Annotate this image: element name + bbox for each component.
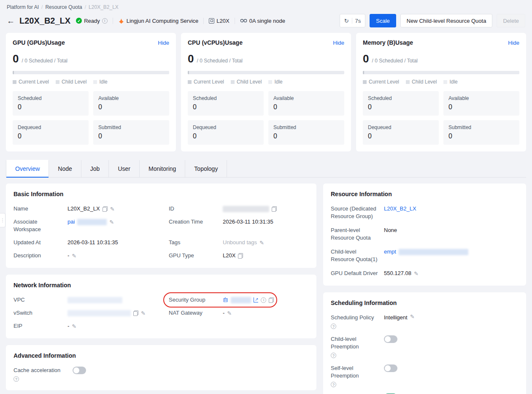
stat-scheduled: Scheduled0 bbox=[13, 91, 89, 116]
scheduling-information-card: Scheduling Information Scheduling Policy… bbox=[323, 292, 526, 394]
self-preemption-toggle[interactable] bbox=[384, 364, 397, 372]
self-preemption-help-icon[interactable]: ? bbox=[331, 382, 336, 387]
security-group-info-icon[interactable]: i bbox=[261, 297, 266, 303]
legend-current-level-label: Current Level bbox=[369, 79, 399, 85]
tab-topology[interactable]: Topology bbox=[185, 160, 227, 177]
workspace-link[interactable]: pai bbox=[68, 218, 75, 226]
tab-user[interactable]: User bbox=[109, 160, 140, 177]
breadcrumb-resource-quota[interactable]: Resource Quota bbox=[45, 4, 82, 10]
edit-icon[interactable]: ✎ bbox=[141, 310, 146, 316]
tab-bar: Overview Node Job User Monitoring Topolo… bbox=[6, 160, 526, 178]
tab-monitoring[interactable]: Monitoring bbox=[140, 160, 185, 177]
scheduling-policy-help-icon[interactable]: ? bbox=[331, 324, 336, 329]
field-security-group: Security Group 自 ↗ i bbox=[169, 296, 309, 304]
field-nat-gateway: NAT Gateway - ✎ bbox=[169, 309, 309, 317]
cpu-usage-card: CPU (vCPUs)Usage Hide 0 / 0 Scheduled / … bbox=[181, 33, 351, 151]
cpu-usage-hide-link[interactable]: Hide bbox=[333, 40, 344, 46]
gpu-usage-suffix: / 0 Scheduled / Total bbox=[22, 58, 68, 64]
field-cache-acceleration: Cache acceleration ? bbox=[14, 367, 309, 382]
copy-icon[interactable] bbox=[133, 310, 138, 316]
legend-current-level-swatch bbox=[13, 80, 16, 84]
eip-value: - bbox=[68, 322, 69, 330]
copy-icon[interactable] bbox=[238, 253, 243, 259]
breadcrumb-platform-for-ai[interactable]: Platform for AI bbox=[7, 4, 39, 10]
legend-current-level-label: Current Level bbox=[194, 79, 224, 85]
child-quota-link[interactable]: empt bbox=[384, 248, 396, 256]
stat-dequeued: Dequeued0 bbox=[13, 120, 89, 145]
security-group-link[interactable]: 自 bbox=[223, 296, 228, 304]
gpu-usage-progress-bar bbox=[13, 71, 169, 74]
edit-icon[interactable]: ✎ bbox=[410, 314, 415, 319]
back-icon[interactable]: ← bbox=[7, 17, 15, 25]
memory-usage-stats: Scheduled0 Available0 Dequeued0 Submitte… bbox=[363, 91, 519, 145]
edit-icon[interactable]: ✎ bbox=[110, 206, 115, 212]
nat-gateway-value: - bbox=[223, 309, 224, 317]
advanced-information-card: Advanced Information Cache acceleration … bbox=[6, 345, 316, 390]
gpu-driver-value: 550.127.08 bbox=[384, 270, 411, 277]
field-child-quota: Child-level Resource Quota(1) empt bbox=[331, 248, 518, 263]
edit-icon[interactable]: ✎ bbox=[259, 240, 264, 246]
copy-icon[interactable] bbox=[272, 206, 277, 212]
cache-acceleration-toggle[interactable] bbox=[73, 367, 86, 374]
refresh-button[interactable]: ↻ 7s bbox=[340, 14, 366, 27]
breadcrumb-separator: / bbox=[85, 4, 86, 10]
legend-idle-swatch bbox=[268, 80, 272, 84]
edit-icon[interactable]: ✎ bbox=[109, 219, 114, 225]
stat-dequeued: Dequeued0 bbox=[363, 120, 439, 145]
network-information-card: Network Information VPC Security Group 自… bbox=[6, 275, 316, 338]
memory-usage-hide-link[interactable]: Hide bbox=[508, 40, 519, 46]
scheduling-information-title: Scheduling Information bbox=[331, 300, 518, 306]
tab-node[interactable]: Node bbox=[49, 160, 81, 177]
cpu-usage-suffix: / 0 Scheduled / Total bbox=[197, 58, 243, 64]
tab-overview[interactable]: Overview bbox=[6, 160, 49, 177]
gpu-chip-icon bbox=[209, 18, 214, 24]
tab-job[interactable]: Job bbox=[81, 160, 109, 177]
field-child-preemption: Child-level Preemption ? bbox=[331, 335, 518, 358]
stat-available: Available0 bbox=[268, 91, 344, 116]
stat-scheduled: Scheduled0 bbox=[363, 91, 439, 116]
cpu-usage-legend: Current Level Child Level Idle bbox=[188, 79, 344, 85]
scale-button[interactable]: Scale bbox=[370, 14, 396, 27]
edit-icon[interactable]: ✎ bbox=[227, 310, 232, 316]
cache-acceleration-help-icon[interactable]: ? bbox=[14, 376, 19, 382]
side-panel-handle[interactable]: ⋮ bbox=[0, 213, 5, 227]
delete-button[interactable]: Delete bbox=[497, 14, 525, 27]
network-information-title: Network Information bbox=[14, 282, 309, 289]
field-gpu-type: GPU Type L20X bbox=[169, 252, 309, 259]
service-label: Lingjun AI Computing Service bbox=[127, 18, 199, 24]
legend-idle-label: Idle bbox=[99, 79, 107, 85]
refresh-divider bbox=[352, 18, 352, 24]
breadcrumb-separator: / bbox=[41, 4, 43, 10]
header-actions: ↻ 7s Scale New Child-level Resource Quot… bbox=[340, 14, 525, 27]
header-divider bbox=[203, 18, 204, 24]
field-eip: EIP - ✎ bbox=[14, 322, 154, 330]
field-source-group: Source (Dedicated Resource Group) L20X_B… bbox=[331, 205, 518, 220]
edit-icon[interactable]: ✎ bbox=[72, 253, 76, 259]
edit-icon[interactable]: ✎ bbox=[72, 324, 76, 329]
basic-information-card: Basic Information Name L20X_B2_LX ✎ ID bbox=[6, 184, 316, 268]
new-child-quota-button[interactable]: New Child-level Resource Quota bbox=[400, 14, 493, 27]
gpu-usage-hide-link[interactable]: Hide bbox=[158, 40, 169, 46]
source-group-link[interactable]: L20X_B2_LX bbox=[384, 205, 416, 213]
edit-icon[interactable]: ✎ bbox=[414, 271, 419, 276]
refresh-icon: ↻ bbox=[344, 18, 349, 24]
field-updated-at: Updated At 2026-03-11 10:31:35 bbox=[14, 239, 154, 246]
stat-submitted: Submitted0 bbox=[268, 120, 344, 145]
stat-available: Available0 bbox=[443, 91, 519, 116]
header-divider bbox=[235, 18, 235, 24]
child-preemption-toggle[interactable] bbox=[384, 335, 397, 343]
vpc-value-redacted bbox=[68, 297, 122, 303]
status-info-icon[interactable]: i bbox=[102, 18, 108, 24]
copy-icon[interactable] bbox=[103, 206, 108, 212]
legend-current-level-swatch bbox=[363, 80, 367, 84]
field-scheduling-policy: Scheduling Policy ? Intelligent ✎ bbox=[331, 314, 518, 329]
legend-child-level-label: Child Level bbox=[412, 79, 437, 85]
copy-icon[interactable] bbox=[269, 297, 274, 303]
child-preemption-help-icon[interactable]: ? bbox=[331, 353, 336, 358]
memory-usage-card: Memory (B)Usage Hide 0 / 0 Scheduled / T… bbox=[356, 33, 526, 151]
legend-child-level-swatch bbox=[56, 80, 59, 84]
gpu-type-badge: L20X bbox=[209, 18, 229, 24]
external-link-icon[interactable]: ↗ bbox=[254, 297, 258, 302]
node-icon bbox=[240, 18, 247, 23]
field-associate-workspace: Associate Workspace pai ✎ bbox=[14, 218, 154, 233]
